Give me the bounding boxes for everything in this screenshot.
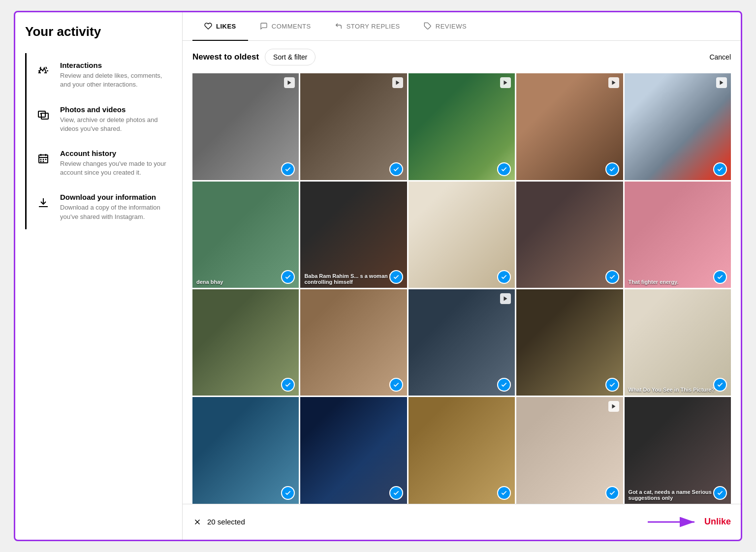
sidebar-item-history[interactable]: Account history Review changes you've ma…	[27, 141, 172, 185]
grid-item[interactable]	[516, 397, 623, 503]
media-grid: dena bhayBaba Ram Rahim S... s a woman b…	[183, 73, 741, 504]
tag-icon	[424, 22, 432, 30]
content-area: LIKES COMMENTS STORY REPLIES	[183, 12, 741, 540]
unlike-action: Unlike	[645, 512, 731, 532]
grid-item[interactable]: Baba Ram Rahim S... s a woman by control…	[300, 182, 407, 288]
svg-marker-22	[504, 297, 507, 301]
grid-item[interactable]: dena bhay	[192, 182, 299, 288]
tab-story-replies-label: STORY REPLIES	[346, 23, 400, 30]
main-layout: Your activity Interactions Revie	[15, 12, 741, 540]
grid-item[interactable]	[409, 73, 515, 180]
download-icon	[34, 194, 52, 212]
clear-selection-icon[interactable]	[192, 517, 202, 527]
tab-comments-label: COMMENTS	[272, 23, 311, 30]
video-icon	[500, 293, 511, 304]
grid-item[interactable]	[625, 73, 731, 180]
video-icon	[392, 77, 403, 88]
unlike-label[interactable]: Unlike	[704, 517, 731, 527]
check-badge[interactable]	[605, 270, 619, 284]
sidebar-item-photos[interactable]: Photos and videos View, archive or delet…	[27, 97, 172, 141]
check-badge[interactable]	[713, 486, 727, 500]
tab-story-replies[interactable]: STORY REPLIES	[323, 12, 412, 41]
grid-item[interactable]	[516, 182, 623, 288]
video-icon	[716, 77, 727, 88]
selected-count: 20 selected	[192, 517, 245, 527]
download-desc: Download a copy of the information you'v…	[60, 203, 172, 221]
grid-item[interactable]	[409, 182, 515, 288]
check-badge[interactable]	[497, 486, 511, 500]
bottom-bar: 20 selected Unlike	[183, 504, 741, 540]
check-badge[interactable]	[389, 270, 403, 284]
check-badge[interactable]	[713, 270, 727, 284]
grid-item[interactable]	[192, 397, 299, 503]
tab-reviews-label: REVIEWS	[436, 23, 467, 30]
check-badge[interactable]	[605, 162, 619, 176]
check-badge[interactable]	[281, 162, 295, 176]
history-title: Account history	[60, 149, 172, 157]
sidebar-title: Your activity	[25, 24, 172, 39]
svg-marker-19	[504, 81, 507, 85]
grid-item[interactable]: That fighter energy.	[625, 182, 731, 288]
photos-desc: View, archive or delete photos and video…	[60, 116, 172, 133]
video-icon	[608, 401, 619, 412]
check-badge[interactable]	[605, 378, 619, 392]
interactions-title: Interactions	[60, 61, 172, 69]
sidebar-item-interactions[interactable]: Interactions Review and delete likes, co…	[27, 53, 172, 97]
sort-label: Newest to oldest	[192, 52, 259, 62]
comment-icon	[260, 22, 268, 30]
check-badge[interactable]	[497, 162, 511, 176]
tab-comments[interactable]: COMMENTS	[248, 12, 323, 41]
video-icon	[608, 77, 619, 88]
svg-point-4	[40, 113, 42, 114]
check-badge[interactable]	[389, 486, 403, 500]
grid-item[interactable]	[516, 73, 623, 180]
tabs-bar: LIKES COMMENTS STORY REPLIES	[183, 12, 741, 41]
photos-title: Photos and videos	[60, 105, 172, 114]
photos-icon	[34, 106, 52, 124]
history-icon	[34, 150, 52, 168]
unlike-arrow	[645, 512, 704, 532]
interactions-icon	[34, 62, 52, 80]
sort-filter-button[interactable]: Sort & filter	[265, 49, 315, 65]
sidebar: Your activity Interactions Revie	[15, 12, 183, 540]
grid-item[interactable]	[192, 73, 299, 180]
grid-item[interactable]	[516, 289, 623, 396]
app-container: Your activity Interactions Revie	[14, 11, 742, 541]
svg-marker-20	[612, 81, 615, 85]
sidebar-item-download[interactable]: Download your information Download a cop…	[27, 185, 172, 229]
grid-item[interactable]	[300, 73, 407, 180]
grid-item[interactable]	[300, 397, 407, 503]
video-icon	[284, 77, 295, 88]
grid-item[interactable]	[409, 397, 515, 503]
tab-likes-label: LIKES	[216, 23, 236, 30]
check-badge[interactable]	[281, 486, 295, 500]
grid-item[interactable]	[192, 289, 299, 396]
download-title: Download your information	[60, 193, 172, 201]
grid-item[interactable]	[409, 289, 515, 396]
tab-reviews[interactable]: REVIEWS	[412, 12, 478, 41]
reply-icon	[335, 22, 343, 30]
tab-likes[interactable]: LIKES	[192, 12, 248, 41]
interactions-desc: Review and delete likes, comments, and y…	[60, 71, 172, 89]
check-badge[interactable]	[605, 486, 619, 500]
count-label: 20 selected	[207, 518, 245, 526]
history-desc: Review changes you've made to your accou…	[60, 159, 172, 177]
grid-item[interactable]: Got a cat, needs a name Serious suggesti…	[625, 397, 731, 503]
svg-marker-21	[720, 81, 723, 85]
check-badge[interactable]	[497, 270, 511, 284]
check-badge[interactable]	[713, 162, 727, 176]
cancel-button[interactable]: Cancel	[709, 53, 731, 61]
svg-marker-18	[396, 81, 399, 85]
grid-item[interactable]	[300, 289, 407, 396]
check-badge[interactable]	[389, 162, 403, 176]
sidebar-nav: Interactions Review and delete likes, co…	[25, 53, 172, 229]
grid-item[interactable]: What Do You See in This Picture?	[625, 289, 731, 396]
heart-icon	[204, 22, 212, 30]
svg-marker-23	[612, 404, 615, 409]
video-icon	[500, 77, 511, 88]
toolbar: Newest to oldest Sort & filter Cancel	[183, 41, 741, 73]
svg-marker-17	[288, 81, 291, 85]
